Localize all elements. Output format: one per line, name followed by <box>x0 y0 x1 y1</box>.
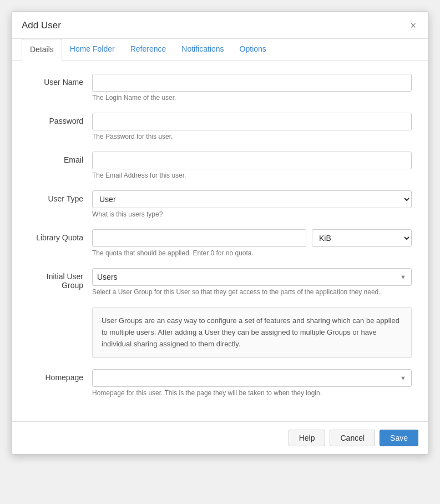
library-quota-control: KiB MiB GiB TiB The quota that should be… <box>92 229 412 257</box>
username-hint: The Login Name of the user. <box>92 94 412 102</box>
password-input[interactable] <box>92 113 412 130</box>
email-row: Email The Email Address for this user. <box>28 152 412 179</box>
user-type-control: User Admin Guest What is this users type… <box>92 190 412 218</box>
username-control: The Login Name of the user. <box>92 74 412 102</box>
dialog-body: User Name The Login Name of the user. Pa… <box>12 61 428 421</box>
help-button[interactable]: Help <box>289 430 326 446</box>
homepage-select[interactable] <box>92 369 412 387</box>
username-label: User Name <box>28 74 92 87</box>
initial-user-group-select[interactable]: Users Admins None <box>92 268 412 286</box>
library-quota-inputs: KiB MiB GiB TiB <box>92 229 412 247</box>
library-quota-hint: The quota that should be applied. Enter … <box>92 249 412 257</box>
user-type-label: User Type <box>28 190 92 203</box>
password-row: Password The Password for this user. <box>28 113 412 140</box>
tab-bar: Details Home Folder Reference Notificati… <box>12 39 428 61</box>
initial-user-group-select-wrap: Users Admins None ▼ <box>92 268 412 286</box>
library-quota-row: Library Quota KiB MiB GiB TiB The quota … <box>28 229 412 257</box>
initial-user-group-row: Initial UserGroup Users Admins None ▼ Se… <box>28 268 412 296</box>
homepage-row: Homepage ▼ Homepage for this user. This … <box>28 369 412 397</box>
email-control: The Email Address for this user. <box>92 152 412 179</box>
homepage-control: ▼ Homepage for this user. This is the pa… <box>92 369 412 397</box>
save-button[interactable]: Save <box>380 430 418 446</box>
info-box-row: User Groups are an easy way to configure… <box>92 307 412 358</box>
homepage-select-wrap: ▼ <box>92 369 412 387</box>
info-box: User Groups are an easy way to configure… <box>92 307 412 358</box>
username-row: User Name The Login Name of the user. <box>28 74 412 102</box>
password-label: Password <box>28 113 92 125</box>
initial-user-group-label: Initial UserGroup <box>28 268 92 290</box>
dialog-footer: Help Cancel Save <box>12 421 428 454</box>
close-button[interactable]: × <box>408 19 418 32</box>
add-user-dialog: Add User × Details Home Folder Reference… <box>11 11 429 455</box>
cancel-button[interactable]: Cancel <box>330 430 375 446</box>
password-control: The Password for this user. <box>92 113 412 140</box>
tab-options[interactable]: Options <box>232 39 274 60</box>
dialog-header: Add User × <box>12 12 428 39</box>
user-type-hint: What is this users type? <box>92 210 412 218</box>
initial-user-group-hint: Select a User Group for this User so tha… <box>92 288 412 296</box>
library-quota-unit-select[interactable]: KiB MiB GiB TiB <box>312 229 412 247</box>
tab-notifications[interactable]: Notifications <box>174 39 231 60</box>
user-type-row: User Type User Admin Guest What is this … <box>28 190 412 218</box>
homepage-hint: Homepage for this user. This is the page… <box>92 389 412 397</box>
user-type-select[interactable]: User Admin Guest <box>92 190 412 208</box>
homepage-label: Homepage <box>28 369 92 382</box>
email-input[interactable] <box>92 152 412 169</box>
initial-user-group-control: Users Admins None ▼ Select a User Group … <box>92 268 412 296</box>
tab-details[interactable]: Details <box>22 39 62 61</box>
tab-home-folder[interactable]: Home Folder <box>62 39 123 60</box>
library-quota-label: Library Quota <box>28 229 92 242</box>
tab-reference[interactable]: Reference <box>123 39 174 60</box>
email-hint: The Email Address for this user. <box>92 172 412 179</box>
dialog-title: Add User <box>22 20 61 31</box>
library-quota-input[interactable] <box>92 229 306 247</box>
email-label: Email <box>28 152 92 164</box>
username-input[interactable] <box>92 74 412 92</box>
password-hint: The Password for this user. <box>92 133 412 140</box>
